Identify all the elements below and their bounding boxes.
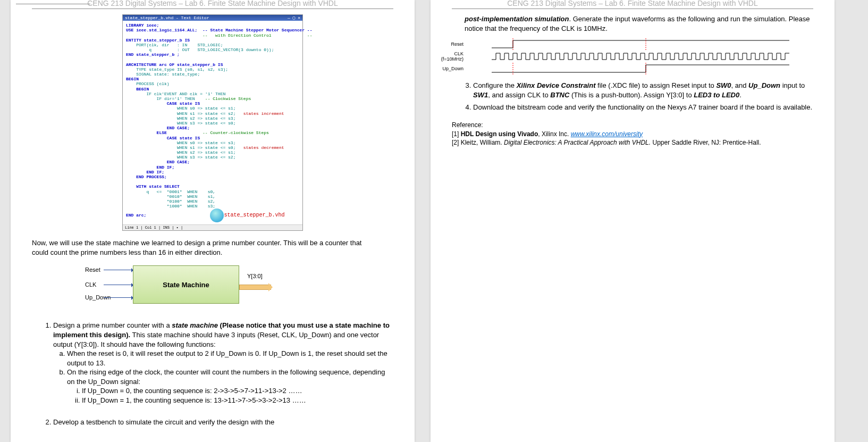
ref-2: [2] Kleitz, William. Digital Electronics…: [452, 138, 813, 147]
state-machine-box: State Machine: [133, 265, 239, 304]
task-1a: When the reset is 0, it will reset the o…: [67, 349, 393, 368]
wf-clk: [468, 51, 813, 62]
signal-clk: CLK: [85, 281, 96, 288]
file-label: state_stepper_b.vhd: [224, 212, 284, 218]
code-editor-figure: state_stepper_b.vhd - Text Editor — ▢ ✕ …: [122, 14, 303, 231]
ref-link[interactable]: www.xilinx.com/university: [571, 130, 643, 138]
watermark-stamp: [210, 209, 224, 222]
task-3: Configure the Xilinx Device Constraint f…: [473, 81, 813, 99]
editor-title: state_stepper_b.vhd - Text Editor: [125, 15, 209, 20]
signal-y: Y[3:0]: [247, 273, 263, 279]
arrow-updown: [104, 297, 133, 298]
task-list: Design a prime number counter with a sta…: [53, 321, 393, 427]
task-1: Design a prime number counter with a sta…: [53, 321, 393, 405]
editor-titlebar: state_stepper_b.vhd - Text Editor — ▢ ✕: [123, 15, 302, 21]
task-2: Develop a testbench to simulate the circ…: [53, 418, 393, 427]
task-1bi: If Up_Down = 0, the counting sequence is…: [82, 386, 393, 396]
waveform-block: Reset CLK (f=10MHz) Up_Down: [431, 38, 813, 74]
references: Reference: [1] HDL Design using Vivado, …: [452, 121, 813, 147]
margin-tick: [16, 1, 90, 4]
editor-statusbar: Line 1 | Col 1 | INS | • |: [123, 224, 302, 230]
task-list-right: Configure the Xilinx Device Constraint f…: [473, 81, 813, 112]
wf-label-clk: CLK (f=10MHz): [431, 51, 468, 62]
doc-page-left: CENG 213 Digital Systems – Lab 6. Finite…: [11, 0, 415, 442]
arrow-reset: [104, 270, 133, 270]
wf-updown: [468, 63, 813, 74]
ref-title: Reference:: [452, 121, 813, 130]
task-4: Download the bitstream code and verify t…: [473, 103, 813, 112]
ref-1: [1] HDL Design using Vivado, Xilinx Inc.…: [452, 130, 813, 139]
sim-note: post-implementation simulation. Generate…: [465, 14, 813, 33]
doc-page-right: CENG 213 Digital Systems – Lab 6. Finite…: [431, 0, 835, 442]
signal-reset: Reset: [85, 266, 100, 273]
intro-text: Now, we will use the state machine we le…: [32, 238, 377, 257]
wf-label-updown: Up_Down: [431, 66, 468, 71]
arrow-output: [239, 285, 271, 290]
wf-reset: [468, 38, 813, 50]
window-controls: — ▢ ✕: [288, 15, 300, 20]
editor-body: LIBRARY ieee; USE ieee.std_logic_1164.AL…: [123, 21, 302, 224]
state-machine-block-diagram: Reset CLK Up_Down State Machine Y[3:0]: [64, 263, 287, 311]
wf-label-reset: Reset: [431, 41, 468, 47]
page-header-right: CENG 213 Digital Systems – Lab 6. Finite…: [452, 0, 813, 9]
task-1bii: If Up_Down = 1, the counting sequence is…: [82, 396, 393, 405]
task-1b: On the rising edge of the clock, the cou…: [67, 368, 393, 405]
arrow-clk: [104, 285, 133, 285]
